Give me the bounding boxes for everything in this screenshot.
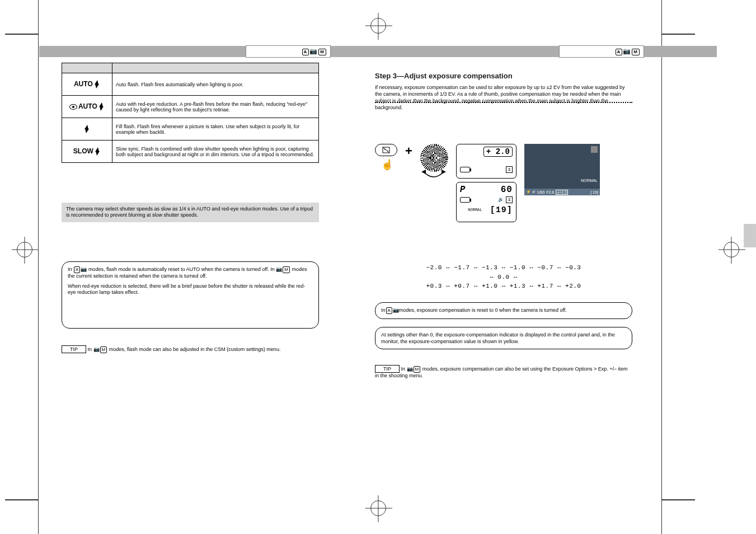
lcd-shutter: 60 <box>501 185 513 195</box>
af-area-icon <box>591 146 598 153</box>
monitor-quality: NORMAL <box>581 179 598 182</box>
monitor-status-strip: ⚡ P 1/60 F2.8 ±+2.0 [ 19] <box>524 189 600 195</box>
note-line-1: In A📷 modes, flash mode is automatically… <box>68 266 313 280</box>
left-header-mode-box: A📷M <box>246 46 330 57</box>
flash-row-1-icon: AUTO <box>62 96 112 118</box>
plus-icon: + <box>405 144 412 158</box>
hand-icon <box>379 160 393 172</box>
dotted-divider <box>375 102 632 103</box>
left-tip: TIP In 📷M modes, flash mode can also be … <box>62 345 319 353</box>
ev-indicator-note: At settings other than 0, the exposure-c… <box>375 327 632 349</box>
control-panel-main: P 60 🔊 ± NORMAL [19] <box>456 182 516 222</box>
monitor-shutter: 1/60 <box>537 190 545 194</box>
monitor-ev-box: ±+2.0 <box>556 190 568 195</box>
battery-icon <box>460 197 470 203</box>
monitor-fnumber: F2.8 <box>546 190 554 194</box>
mode-indicator: A📷M <box>302 48 327 55</box>
th-desc <box>112 63 319 73</box>
ev-illustration: +− + + 2.0 ± <box>375 144 600 222</box>
exposure-compensation-paragraph: If necessary, exposure compensation can … <box>375 84 632 111</box>
flash-mode-table: AUTO Auto flash. Flash fires automatical… <box>62 63 319 163</box>
registration-mark-left <box>17 242 32 257</box>
th-icon <box>62 63 112 73</box>
ev-indicator-icon: ± <box>506 166 512 173</box>
monitor-shots: [ 19] <box>590 190 598 194</box>
flash-row-0-desc: Auto flash. Flash fires automatically wh… <box>112 73 319 96</box>
registration-mark-bottom <box>370 500 386 516</box>
flash-mode-note-box: In A📷 modes, flash mode is automatically… <box>62 261 319 329</box>
note-line-2: When red-eye reduction is selected, ther… <box>68 283 313 296</box>
svg-marker-4 <box>421 170 426 174</box>
flash-row-3-desc: Slow sync. Flash is combined with slow s… <box>112 140 319 163</box>
ev-steps-sequence: −2.0 ↔ −1.7 ↔ −1.3 ↔ −1.0 ↔ −0.7 ↔ −0.3 … <box>375 263 632 291</box>
eye-icon <box>69 104 77 110</box>
monitor-mode: P <box>533 190 536 194</box>
monitor-flash-icon: ⚡ <box>526 190 531 194</box>
command-dial[interactable] <box>420 144 448 172</box>
control-panel-ev: + 2.0 ± <box>456 144 516 179</box>
battery-icon <box>460 167 470 172</box>
step-3-heading: Step 3—Adjust exposure compensation <box>375 72 513 80</box>
ev-reset-note: In A📷 modes, exposure compensation is re… <box>375 302 632 319</box>
mode-indicator: A📷M <box>615 48 640 55</box>
tip-label: TIP <box>62 345 86 353</box>
registration-mark-top <box>370 18 386 34</box>
bolt-icon <box>99 102 105 111</box>
bolt-icon <box>84 125 90 134</box>
flash-row-3-icon: SLOW <box>62 140 112 163</box>
registration-mark-right <box>724 242 739 257</box>
tip-label: TIP <box>375 365 400 373</box>
slow-shutter-warning: The camera may select shutter speeds as … <box>62 203 319 222</box>
right-tip: TIP In 📷M modes, exposure compensation c… <box>375 365 632 378</box>
flash-row-0-icon: AUTO <box>62 73 112 96</box>
svg-marker-5 <box>442 170 446 174</box>
right-header-mode-box: A📷M <box>560 46 644 57</box>
bolt-icon <box>95 147 101 156</box>
lcd-quality: NORMAL <box>468 208 482 212</box>
svg-text:−: − <box>387 149 389 153</box>
ev-button[interactable]: +− <box>375 144 397 156</box>
flash-row-2-icon <box>62 118 112 140</box>
monitor-preview: NORMAL ⚡ P 1/60 F2.8 ±+2.0 [ 19] <box>524 144 600 195</box>
bolt-icon <box>95 80 100 89</box>
flash-row-2-desc: Fill flash. Flash fires whenever a pictu… <box>112 118 319 140</box>
lcd-mode: P <box>460 185 466 195</box>
page-edge-tab <box>744 224 756 247</box>
flash-row-1-desc: Auto with red-eye reduction. A pre-flash… <box>112 96 319 118</box>
lcd-ev-value: + 2.0 <box>483 147 513 157</box>
svg-text:+: + <box>384 147 386 151</box>
dial-rotation-arrow <box>421 168 446 180</box>
